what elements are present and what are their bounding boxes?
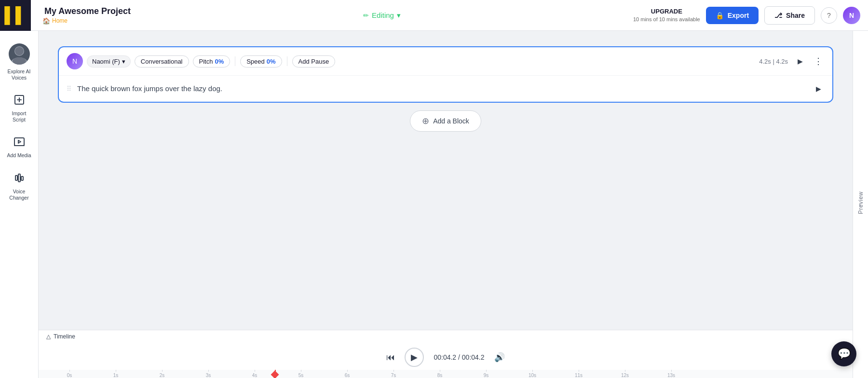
timeline-play-icon: ▶ [411, 352, 418, 363]
lock-icon: 🔒 [716, 12, 724, 19]
share-label: Share [786, 12, 805, 19]
divider [235, 56, 235, 66]
ruler-mark-9s: 9s [463, 370, 509, 378]
divider [287, 56, 287, 66]
duration-display: 4.2s | 4.2s [759, 58, 788, 65]
sidebar-item-explore-ai-voices[interactable]: Explore AIVoices [3, 39, 36, 85]
chevron-left-icon: ‹ [859, 201, 861, 208]
pencil-icon: ✏ [363, 12, 369, 19]
import-script-icon [14, 94, 25, 108]
current-time-value: 00:04.2 [434, 353, 456, 361]
block-card: N Naomi (F) ▾ Conversational Pitch 0% Sp [58, 46, 833, 103]
ruler-mark-6s: 6s [324, 370, 370, 378]
timeline-controls: ⏮ ▶ 00:04.2 / 00:04.2 🔊 [39, 343, 853, 370]
avatar[interactable]: N [843, 7, 860, 24]
question-mark-icon: ? [827, 12, 831, 19]
chevron-down-icon: ▾ [397, 11, 401, 20]
chat-bubble-button[interactable]: 💬 [831, 341, 856, 366]
upgrade-sub: 10 mins of 10 mins available [633, 16, 700, 23]
svg-rect-7 [14, 138, 24, 146]
time-separator: / [458, 353, 460, 361]
speed-value: 0% [267, 58, 276, 65]
speed-tag[interactable]: Speed 0% [240, 55, 282, 68]
main-layout: Explore AIVoices ImportScript Add Media … [0, 31, 868, 378]
svg-rect-9 [15, 176, 17, 180]
skip-back-button[interactable]: ⏮ [386, 352, 395, 363]
add-media-icon [14, 136, 25, 150]
ruler-mark-12s: 12s [602, 370, 648, 378]
share-icon: ⎇ [774, 12, 782, 19]
ruler-mark-0s: 0s [46, 370, 93, 378]
ruler-mark-5s: 5s [278, 370, 324, 378]
export-label: Export [728, 12, 749, 19]
speed-label: Speed [246, 58, 265, 65]
topbar: ▌▌ My Awesome Project 🏠 Home ✏ Editing ▾… [0, 0, 868, 31]
timeline-play-button[interactable]: ▶ [405, 348, 424, 367]
project-title: My Awesome Project [44, 6, 131, 16]
breadcrumb-label[interactable]: Home [52, 17, 68, 24]
svg-rect-10 [18, 174, 20, 182]
svg-rect-11 [21, 176, 23, 180]
sidebar-item-label: Explore AIVoices [8, 68, 31, 81]
volume-icon: 🔊 [494, 352, 505, 362]
voice-selector[interactable]: Naomi (F) ▾ [87, 55, 131, 68]
ruler-track: 0s 1s 2s 3s 4s 5s 6s 7s 8s 9s 10s 11s 12… [39, 370, 853, 378]
topbar-right: UPGRADE 10 mins of 10 mins available 🔒 E… [633, 6, 860, 25]
block-header-right: 4.2s | 4.2s ▶ ⋮ [759, 55, 825, 68]
sidebar-item-label: Add Media [7, 152, 31, 159]
total-time-value: 00:04.2 [462, 353, 485, 361]
add-block-button[interactable]: ⊕ Add a Block [410, 110, 481, 132]
upgrade-label: UPGRADE [633, 8, 700, 16]
timeline-ruler[interactable]: 0s 1s 2s 3s 4s 5s 6s 7s 8s 9s 10s 11s 12… [39, 370, 853, 378]
ruler-mark-1s: 1s [93, 370, 139, 378]
sidebar-item-import-script[interactable]: ImportScript [3, 89, 36, 127]
style-tag[interactable]: Conversational [135, 55, 189, 68]
sidebar-item-voice-changer[interactable]: VoiceChanger [3, 167, 36, 205]
sidebar-item-label: VoiceChanger [9, 189, 28, 201]
ruler-mark-11s: 11s [556, 370, 602, 378]
ruler-mark-3s: 3s [185, 370, 231, 378]
voice-name: Naomi (F) [92, 58, 120, 65]
drag-handle-icon[interactable]: ⠿ [67, 85, 71, 93]
preview-panel: Preview ‹ [853, 31, 868, 378]
svg-point-2 [15, 47, 24, 55]
logo-area[interactable]: ▌▌ [0, 0, 31, 31]
editing-label: Editing [372, 11, 394, 19]
block-header: N Naomi (F) ▾ Conversational Pitch 0% Sp [59, 47, 832, 76]
current-time: 00:04.2 / 00:04.2 [434, 353, 484, 361]
share-button[interactable]: ⎇ Share [764, 6, 815, 25]
preview-toggle-button[interactable]: ‹ [853, 198, 867, 211]
pitch-tag[interactable]: Pitch 0% [193, 55, 231, 68]
block-text[interactable]: The quick brown fox jumps over the lazy … [77, 83, 806, 94]
breadcrumb[interactable]: 🏠 Home [42, 17, 131, 25]
playhead [275, 370, 276, 378]
sidebar: Explore AIVoices ImportScript Add Media … [0, 31, 39, 378]
timeline-label: Timeline [54, 333, 75, 340]
ruler-mark-7s: 7s [370, 370, 417, 378]
style-label: Conversational [141, 58, 183, 65]
block-play-button[interactable]: ▶ [794, 55, 806, 68]
voice-avatar: N [67, 53, 83, 69]
topbar-center: ✏ Editing ▾ [136, 8, 627, 23]
chat-icon: 💬 [838, 348, 851, 360]
add-pause-tag[interactable]: Add Pause [292, 55, 336, 68]
ruler-mark-2s: 2s [139, 370, 185, 378]
app-logo: ▌▌ [4, 6, 26, 24]
block-more-button[interactable]: ⋮ [812, 55, 825, 68]
ruler-mark-13s: 13s [648, 370, 694, 378]
sidebar-item-add-media[interactable]: Add Media [3, 131, 36, 163]
timeline-chevron-icon: △ [46, 333, 51, 340]
upgrade-area: UPGRADE 10 mins of 10 mins available [633, 8, 700, 23]
timeline-label-row: △ Timeline [39, 330, 853, 343]
export-button[interactable]: 🔒 Export [706, 7, 759, 24]
volume-button[interactable]: 🔊 [494, 352, 505, 363]
block-inline-play-button[interactable]: ▶ [812, 82, 825, 95]
ellipsis-icon: ⋮ [814, 56, 823, 67]
help-button[interactable]: ? [821, 7, 837, 24]
timeline-bar: △ Timeline ⏮ ▶ 00:04.2 / 00:04.2 🔊 [39, 330, 853, 378]
sidebar-avatar [9, 43, 30, 65]
editing-button[interactable]: ✏ Editing ▾ [358, 8, 406, 23]
voice-chevron-icon: ▾ [122, 58, 125, 65]
sidebar-item-label: ImportScript [12, 110, 27, 122]
add-block-icon: ⊕ [422, 116, 429, 126]
